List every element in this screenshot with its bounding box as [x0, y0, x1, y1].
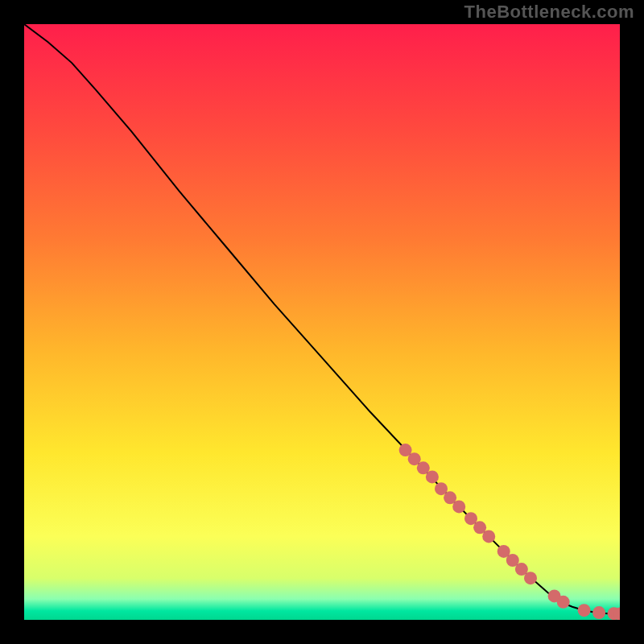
data-point [426, 470, 439, 483]
gradient-background [24, 24, 620, 620]
chart-frame: TheBottleneck.com [0, 0, 644, 644]
data-point [557, 596, 570, 609]
data-point [452, 500, 465, 513]
chart-svg [24, 24, 620, 620]
data-point [482, 530, 495, 543]
data-point [578, 604, 591, 617]
plot-area [24, 24, 620, 620]
watermark-text: TheBottleneck.com [464, 2, 634, 23]
data-point [592, 606, 605, 619]
data-point [524, 572, 537, 584]
